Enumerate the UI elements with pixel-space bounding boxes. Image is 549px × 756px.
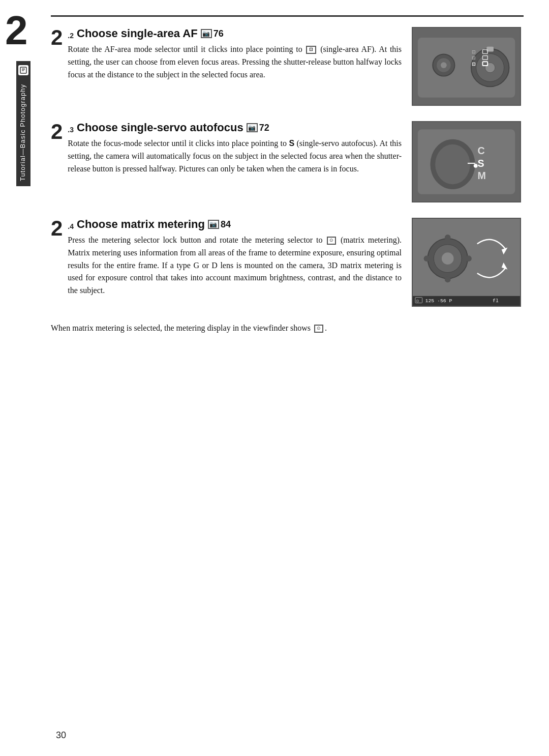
svg-point-33	[424, 255, 430, 261]
s-label: S	[289, 139, 294, 148]
matrix-icon: ⊙	[327, 237, 336, 245]
step-sub-2-4: .4	[68, 222, 74, 230]
svg-rect-0	[20, 67, 26, 73]
section-2-4-left: 2 .4 Choose matrix metering 📷 84	[51, 218, 402, 307]
spine-tab	[16, 61, 30, 79]
section-title-2-2: Choose single-area AF 📷 76	[77, 27, 224, 40]
step-sub-2-2: .2	[68, 32, 74, 40]
main-content: 2 .2 Choose single-area AF 📷 76	[30, 0, 549, 756]
svg-text:S: S	[478, 158, 484, 169]
svg-text:⊡: ⊡	[472, 49, 476, 54]
section-body-2-4: Press the metering selector lock button …	[68, 234, 402, 297]
focus-selector-diagram: C S M	[412, 121, 521, 202]
section-title-2-3: Choose single-servo autofocus 📷 72	[77, 121, 269, 134]
section-2-2: 2 .2 Choose single-area AF 📷 76	[51, 27, 524, 106]
ref-icon-2-2: 📷	[201, 29, 212, 38]
svg-point-30	[442, 252, 454, 265]
section-2-2-right: ⊡ ⊟ ⊡	[412, 27, 524, 106]
svg-point-32	[445, 276, 451, 282]
section-body-2-2: Rotate the AF-area mode selector until i…	[68, 43, 402, 81]
svg-point-26	[474, 164, 478, 168]
section-2-3: 2 .3 Choose single-servo autofocus 📷 72	[51, 121, 524, 202]
svg-point-8	[485, 63, 495, 73]
section-2-4: 2 .4 Choose matrix metering 📷 84	[51, 218, 524, 307]
step-num-2-2: 2	[51, 27, 63, 48]
matrix-diagram-wrapper: ⊙ 125 ·56 P fl	[412, 218, 524, 307]
af-selector-diagram: ⊡ ⊟ ⊡	[412, 27, 521, 106]
matrix-icon-note: ⊙	[314, 325, 323, 333]
bracket-icon-2-2: ⊡	[306, 46, 316, 54]
ref-icon-2-3: 📷	[247, 123, 258, 132]
svg-text:M: M	[478, 170, 486, 181]
spine-tab-icon	[18, 65, 28, 75]
section-2-3-header: 2 .3 Choose single-servo autofocus 📷 72	[51, 121, 402, 175]
section-title-2-4: Choose matrix metering 📷 84	[77, 218, 231, 231]
note-paragraph: When matrix metering is selected, the me…	[51, 322, 524, 335]
header-divider	[51, 15, 524, 17]
svg-point-34	[466, 255, 472, 261]
page-number: 30	[56, 730, 66, 741]
svg-text:fl: fl	[493, 299, 499, 304]
step-sub-2-3: .3	[68, 126, 74, 134]
ref-icon-2-4: 📷	[208, 220, 219, 229]
section-body-2-3: Rotate the focus-mode selector until it …	[68, 137, 402, 175]
spine: 2 Tutorial—Basic Photography	[0, 0, 30, 756]
chapter-number: 2	[5, 10, 28, 51]
matrix-metering-diagram: ⊙ 125 ·56 P fl	[412, 218, 521, 307]
step-num-2-3: 2	[51, 121, 63, 142]
section-2-4-header: 2 .4 Choose matrix metering 📷 84	[51, 218, 402, 297]
section-2-3-left: 2 .3 Choose single-servo autofocus 📷 72	[51, 121, 402, 202]
section-2-2-header: 2 .2 Choose single-area AF 📷 76	[51, 27, 402, 81]
step-num-2-4: 2	[51, 218, 63, 239]
svg-point-22	[435, 144, 470, 185]
svg-text:C: C	[478, 145, 485, 156]
svg-text:⊡: ⊡	[472, 62, 476, 67]
svg-point-15	[441, 62, 447, 68]
svg-text:125  ·56 P: 125 ·56 P	[425, 299, 452, 304]
section-2-3-right: C S M	[412, 121, 524, 202]
page-container: 2 Tutorial—Basic Photography 2	[0, 0, 549, 756]
section-2-2-left: 2 .2 Choose single-area AF 📷 76	[51, 27, 402, 106]
svg-point-31	[445, 235, 451, 241]
section-2-4-right: ⊙ 125 ·56 P fl	[412, 218, 524, 307]
svg-text:⊟: ⊟	[472, 55, 476, 61]
spine-label: Tutorial—Basic Photography	[16, 79, 30, 186]
svg-text:⊙: ⊙	[416, 299, 419, 303]
